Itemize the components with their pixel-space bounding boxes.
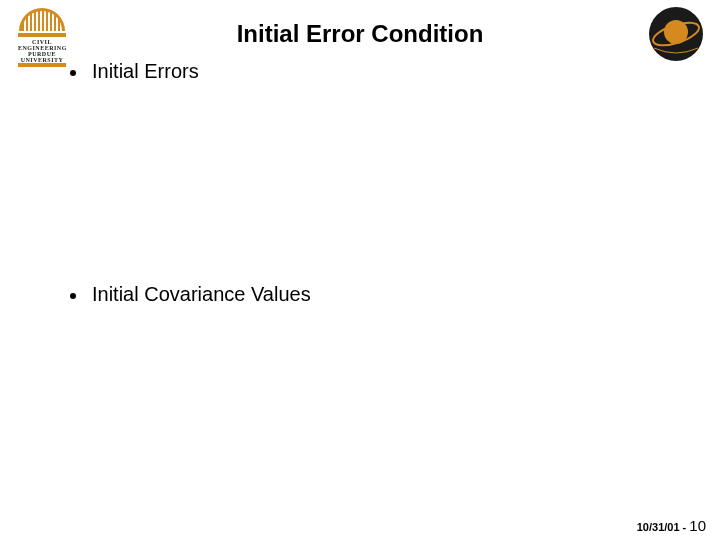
- bullet-dot-icon: [70, 70, 76, 76]
- logo-line4: UNIVERSITY: [18, 57, 66, 63]
- slide-title: Initial Error Condition: [0, 20, 720, 48]
- bullet-item: Initial Errors: [70, 60, 680, 83]
- slide-footer: 10/31/01 - 10: [637, 517, 706, 534]
- slide: CIVIL ENGINEERING PURDUE UNIVERSITY Init…: [0, 0, 720, 540]
- bullet-dot-icon: [70, 293, 76, 299]
- bullet-item: Initial Covariance Values: [70, 283, 680, 306]
- footer-page: 10: [689, 517, 706, 534]
- logo-band-bottom: [18, 63, 66, 67]
- slide-content: Initial Errors Initial Covariance Values: [70, 60, 680, 306]
- footer-date: 10/31/01 -: [637, 521, 690, 533]
- bullet-text: Initial Errors: [92, 60, 199, 83]
- bullet-text: Initial Covariance Values: [92, 283, 311, 306]
